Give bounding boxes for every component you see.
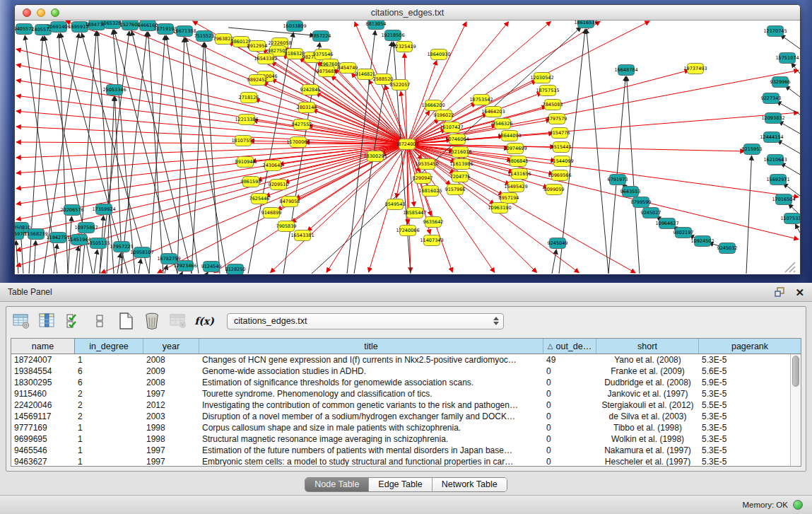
table-row[interactable]: 969969511998Structural magnetic resonanc…	[11, 433, 801, 445]
graph-node[interactable]: 16033809	[283, 21, 306, 32]
delete-trash-icon[interactable]	[143, 312, 161, 330]
graph-node[interactable]: 20691406	[47, 22, 70, 33]
column-header-in_degree[interactable]: in_degree	[75, 339, 143, 354]
column-header-pagerank[interactable]: pagerank	[699, 339, 801, 354]
network-window-titlebar[interactable]: citations_edges.txt	[15, 5, 800, 21]
graph-node[interactable]: 15751074	[775, 53, 799, 64]
new-document-icon[interactable]	[117, 312, 135, 330]
graph-node[interactable]: 18724007	[395, 139, 418, 150]
graph-node[interactable]: 9806845	[508, 156, 529, 167]
graph-node[interactable]: 16671358	[172, 26, 196, 37]
graph-node[interactable]: 2718126	[239, 93, 259, 103]
graph-node[interactable]: 10969566	[548, 170, 571, 181]
table-row[interactable]: 1938455462009Genome-wide association stu…	[11, 366, 801, 377]
graph-node[interactable]: 9124549	[201, 262, 222, 272]
network-canvas[interactable]: 1872400718300295796382288601288912954222…	[15, 21, 800, 274]
graph-node[interactable]: 15692971	[766, 175, 789, 185]
graph-node[interactable]: 11431656	[507, 169, 531, 180]
graph-node[interactable]: 16107427	[440, 122, 463, 133]
graph-node[interactable]: 12325419	[392, 42, 416, 52]
tab-node-table[interactable]: Node Table	[305, 478, 369, 491]
graph-node[interactable]: 6791973	[608, 175, 628, 185]
graph-node[interactable]: 11407343	[420, 235, 443, 246]
column-header-short[interactable]: short	[596, 339, 699, 354]
graph-node[interactable]: 10958107	[130, 247, 153, 258]
graph-node[interactable]: 9227343	[761, 93, 782, 104]
graph-node[interactable]: 7857224	[311, 31, 331, 42]
graph-node[interactable]: 12170745	[763, 26, 787, 37]
graph-node[interactable]: 16543382	[254, 54, 277, 64]
graph-node[interactable]: 9515443	[551, 142, 572, 153]
graph-node[interactable]: 18640930	[427, 49, 450, 60]
graph-node[interactable]: 12030542	[530, 73, 553, 83]
graph-node[interactable]: 9875685	[317, 66, 337, 77]
graph-node[interactable]: 19737493	[683, 64, 707, 74]
graph-node[interactable]: 8910944	[235, 157, 256, 168]
graph-node[interactable]: 18757515	[536, 86, 559, 96]
close-window-icon[interactable]	[23, 8, 31, 17]
column-header-out_de[interactable]: △out_de…	[543, 339, 596, 354]
graph-node[interactable]: 9242845	[300, 85, 321, 95]
row-check-icon[interactable]	[64, 312, 83, 330]
graph-node[interactable]: 9635642	[423, 217, 444, 228]
graph-node[interactable]: 15495429	[504, 182, 527, 192]
graph-node[interactable]: 2430642	[263, 160, 283, 171]
graph-node[interactable]: 17016504	[772, 194, 795, 205]
graph-node[interactable]: 7515523	[194, 31, 215, 42]
graph-node[interactable]: 13505135	[86, 238, 110, 249]
graph-node[interactable]: 13216016	[448, 147, 471, 158]
graph-node[interactable]: 12444154	[760, 132, 783, 143]
graph-node[interactable]: 9245049	[548, 238, 568, 249]
graph-node[interactable]: 12213386	[235, 115, 258, 125]
graph-node[interactable]: 11568239	[24, 229, 47, 240]
graph-node[interactable]: 10974699	[503, 144, 526, 154]
table-row[interactable]: 1830029562008Estimation of significance …	[11, 377, 801, 388]
function-builder-icon[interactable]: f(x)	[195, 312, 213, 330]
graph-node[interactable]: 11544099	[550, 156, 573, 167]
graph-node[interactable]: 10975867	[74, 223, 98, 233]
graph-node[interactable]: 9209510	[269, 180, 289, 190]
graph-node[interactable]: 7905839	[276, 221, 297, 232]
table-settings-icon[interactable]	[12, 312, 30, 330]
graph-node[interactable]: 7625446	[249, 194, 270, 204]
graph-node[interactable]: 8290947	[413, 173, 433, 184]
graph-node[interactable]: 17359924	[92, 204, 115, 215]
graph-node[interactable]: 11942757	[46, 233, 69, 243]
graph-node[interactable]: 9802197	[673, 228, 694, 238]
network-window[interactable]: citations_edges.txt 18724007183002957963…	[14, 4, 801, 274]
graph-node[interactable]: 18753542	[469, 95, 493, 105]
table-row[interactable]: 977716911998Corpus callosum shape and si…	[11, 422, 801, 433]
graph-node[interactable]: 8799599	[631, 197, 652, 208]
graph-node[interactable]: 9892452	[247, 75, 268, 86]
graph-node[interactable]: 8427552	[292, 119, 312, 130]
table-vertical-scrollbar[interactable]	[790, 354, 801, 466]
table-row[interactable]: 2242004622012Investigating the contribut…	[11, 399, 801, 411]
graph-node[interactable]: 25053346	[102, 85, 126, 95]
graph-node[interactable]: 16543381	[290, 230, 314, 241]
graph-node[interactable]: 8099059	[544, 185, 565, 195]
graph-node[interactable]: 16648784	[614, 65, 637, 76]
graph-node[interactable]: 8957194	[499, 193, 519, 204]
graph-node[interactable]: 11613986	[449, 159, 473, 170]
graph-node[interactable]: 16464203	[481, 107, 505, 117]
table-row[interactable]: 911546021997Tourette syndrome. Phenomeno…	[11, 388, 801, 399]
graph-node[interactable]: 18644093	[498, 131, 521, 141]
tab-network-table[interactable]: Network Table	[433, 478, 507, 491]
graph-node[interactable]: 19218506	[381, 30, 404, 41]
graph-node[interactable]: 11700066	[286, 137, 310, 148]
graph-node[interactable]: 10746064	[445, 134, 469, 145]
split-rows-icon[interactable]	[90, 312, 109, 330]
graph-node[interactable]: 10963190	[488, 203, 511, 214]
table-row[interactable]: 946554611997Estimation of the future num…	[11, 445, 801, 456]
graph-node[interactable]: 9643553	[620, 187, 641, 197]
graph-node[interactable]: 9146899	[261, 208, 282, 218]
graph-node[interactable]: 16210643	[763, 155, 787, 165]
graph-node[interactable]: 18585447	[403, 208, 426, 218]
minimize-window-icon[interactable]	[37, 8, 45, 17]
graph-node[interactable]: 9196022	[434, 110, 454, 121]
graph-node[interactable]: 18616536	[574, 21, 597, 28]
graph-node[interactable]: 10964627	[655, 218, 678, 229]
graph-node[interactable]: 2803144	[297, 103, 317, 113]
graph-node[interactable]: 7845083	[543, 100, 563, 110]
graph-node[interactable]: 9154776	[550, 128, 570, 139]
